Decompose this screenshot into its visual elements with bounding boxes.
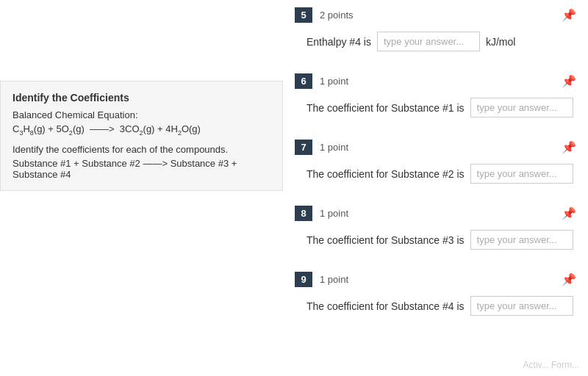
- question-points-6: 1 point: [320, 76, 348, 87]
- question-text-6: The coefficient for Substance #1 is: [306, 102, 465, 114]
- equation: C3H8(g) + 5O2(g) ——> 3CO2(g) + 4H2O(g): [12, 123, 270, 137]
- question-number-7: 7: [295, 140, 312, 155]
- answer-input-8[interactable]: [470, 230, 573, 250]
- question-number-5: 5: [295, 7, 312, 23]
- question-block-8: 8 1 point 📌 The coefficient for Substanc…: [295, 206, 576, 257]
- question-text-8: The coefficient for Substance #3 is: [306, 234, 465, 246]
- question-block-5: 5 2 points 📌 Enthalpy #4 is kJ/mol: [295, 7, 576, 59]
- unit-label-5: kJ/mol: [486, 36, 515, 48]
- question-number-9: 9: [295, 272, 312, 287]
- question-points-5: 2 points: [320, 10, 354, 21]
- question-number-6: 6: [295, 73, 312, 89]
- instruction: Identify the coefficients for each of th…: [12, 144, 270, 155]
- right-panel: 5 2 points 📌 Enthalpy #4 is kJ/mol 6 1 p…: [283, 0, 588, 345]
- pin-icon-9[interactable]: 📌: [562, 272, 576, 286]
- question-points-8: 1 point: [320, 208, 348, 219]
- question-body-8: The coefficient for Substance #3 is: [295, 230, 576, 250]
- question-header-6: 6 1 point 📌: [295, 73, 576, 89]
- question-text-9: The coefficient for Substance #4 is: [306, 300, 465, 312]
- question-body-6: The coefficient for Substance #1 is: [295, 98, 576, 118]
- question-header-5: 5 2 points 📌: [295, 7, 576, 23]
- question-block-9: 9 1 point 📌 The coefficient for Substanc…: [295, 272, 576, 323]
- answer-input-7[interactable]: [470, 164, 573, 184]
- question-header-8: 8 1 point 📌: [295, 206, 576, 221]
- question-points-7: 1 point: [320, 142, 348, 153]
- question-body-9: The coefficient for Substance #4 is: [295, 296, 576, 316]
- left-panel-title: Identify the Coefficients: [12, 92, 270, 104]
- question-text-5: Enthalpy #4 is: [306, 36, 371, 48]
- pin-icon-6[interactable]: 📌: [562, 74, 576, 88]
- pin-icon-5[interactable]: 📌: [562, 8, 576, 22]
- question-body-7: The coefficient for Substance #2 is: [295, 164, 576, 184]
- substance-equation: Substance #1 + Substance #2 ——> Substanc…: [12, 158, 270, 180]
- question-body-5: Enthalpy #4 is kJ/mol: [295, 32, 576, 51]
- question-header-9: 9 1 point 📌: [295, 272, 576, 287]
- question-block-6: 6 1 point 📌 The coefficient for Substanc…: [295, 73, 576, 125]
- watermark: Activ... Form...: [523, 360, 579, 370]
- left-panel: Identify the Coefficients Balanced Chemi…: [0, 81, 283, 191]
- question-block-7: 7 1 point 📌 The coefficient for Substanc…: [295, 140, 576, 191]
- question-number-8: 8: [295, 206, 312, 221]
- pin-icon-8[interactable]: 📌: [562, 206, 576, 220]
- answer-input-5[interactable]: [377, 32, 480, 51]
- answer-input-6[interactable]: [470, 98, 573, 118]
- answer-input-9[interactable]: [470, 296, 573, 316]
- question-text-7: The coefficient for Substance #2 is: [306, 168, 465, 180]
- equation-label: Balanced Chemical Equation:: [12, 109, 270, 120]
- pin-icon-7[interactable]: 📌: [562, 140, 576, 154]
- question-header-7: 7 1 point 📌: [295, 140, 576, 155]
- question-points-9: 1 point: [320, 274, 348, 285]
